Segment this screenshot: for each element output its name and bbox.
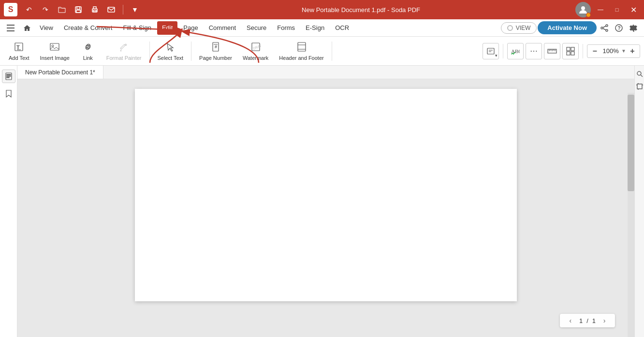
- settings-button[interactable]: [627, 21, 640, 35]
- svg-rect-38: [567, 47, 570, 51]
- undo-button[interactable]: ↶: [22, 3, 36, 16]
- scrollbar-thumb[interactable]: [628, 95, 634, 191]
- format-painter-icon: [118, 42, 129, 54]
- app-title: New Portable Document 1.pdf - Soda PDF: [146, 6, 575, 14]
- spell-check-button[interactable]: ABC: [507, 43, 524, 59]
- redo-button[interactable]: ↷: [39, 3, 52, 16]
- add-text-button[interactable]: T Add Text: [4, 39, 34, 64]
- crop-panel-button[interactable]: [635, 82, 644, 91]
- menu-item-page[interactable]: Page: [178, 21, 203, 35]
- menu-item-view[interactable]: View: [35, 21, 58, 35]
- save-button[interactable]: [72, 3, 85, 16]
- menu-item-ocr[interactable]: OCR: [330, 21, 354, 35]
- page-number-icon: #: [210, 42, 221, 54]
- titlebar-separator: [123, 5, 123, 14]
- select-text-button[interactable]: Select Text: [153, 39, 189, 64]
- print-button[interactable]: [88, 3, 102, 16]
- zoom-control: − 100% ▼ +: [587, 44, 640, 58]
- zoom-dropdown[interactable]: ▼: [621, 48, 626, 54]
- insert-image-button[interactable]: Insert Image: [35, 39, 74, 64]
- activate-now-button[interactable]: Activate Now: [538, 21, 597, 34]
- left-panel: [0, 66, 17, 337]
- profile-badge: [586, 13, 591, 17]
- add-text-label: Add Text: [9, 55, 29, 61]
- page-prev-button[interactable]: ‹: [566, 316, 575, 325]
- svg-rect-27: [298, 42, 306, 51]
- add-text-icon: T: [14, 42, 24, 54]
- document-tab[interactable]: New Portable Document 1*: [17, 66, 103, 79]
- svg-rect-8: [7, 28, 15, 28]
- svg-line-47: [641, 75, 643, 77]
- link-button[interactable]: Link: [75, 39, 101, 64]
- search-panel-button[interactable]: [635, 70, 644, 78]
- svg-line-13: [603, 26, 606, 28]
- email-button[interactable]: [104, 3, 118, 16]
- svg-rect-30: [487, 48, 494, 54]
- panel-pages-button[interactable]: [2, 70, 15, 83]
- svg-rect-48: [637, 84, 642, 89]
- menu-item-edit[interactable]: Edit: [157, 21, 177, 35]
- svg-rect-2: [76, 10, 80, 13]
- close-button[interactable]: ✕: [627, 3, 640, 16]
- page-total: 1: [592, 317, 596, 324]
- menu-item-create-convert[interactable]: Create & Convert: [59, 21, 117, 35]
- header-footer-label: Header and Footer: [279, 55, 323, 61]
- page-current: 1: [579, 317, 583, 324]
- header-footer-button[interactable]: Header and Footer: [274, 39, 328, 64]
- menu-item-secure[interactable]: Secure: [242, 21, 271, 35]
- zoom-out-button[interactable]: −: [589, 46, 600, 56]
- view-label: VIEW: [516, 25, 531, 31]
- home-button[interactable]: [20, 21, 34, 35]
- svg-rect-4: [93, 10, 96, 12]
- svg-rect-45: [7, 77, 9, 78]
- page-next-button[interactable]: ›: [600, 316, 609, 325]
- insert-image-icon: [49, 42, 60, 54]
- grid-button[interactable]: [562, 43, 579, 59]
- canvas-area: ‹ 1 / 1 ›: [17, 79, 634, 337]
- svg-text:#: #: [215, 44, 217, 49]
- toolbar-sep-3: [332, 42, 332, 61]
- panel-bookmarks-button[interactable]: [2, 87, 15, 100]
- svg-point-6: [581, 6, 585, 10]
- menubar: View Create & Convert Fill & Sign Edit P…: [0, 19, 644, 37]
- scrollbar-track[interactable]: [628, 93, 634, 337]
- help-button[interactable]: ?: [612, 21, 626, 35]
- svg-line-14: [603, 28, 606, 30]
- link-icon: [83, 42, 93, 54]
- more-tools-button[interactable]: ⋯: [526, 43, 542, 59]
- svg-rect-9: [7, 30, 15, 31]
- svg-text:?: ?: [618, 26, 621, 31]
- menu-item-forms[interactable]: Forms: [272, 21, 300, 35]
- edit-mode-button[interactable]: [483, 43, 499, 59]
- toolbar-sep-1: [149, 42, 150, 61]
- select-text-icon: [165, 42, 176, 54]
- watermark-label: Watermark: [243, 55, 268, 61]
- share-button[interactable]: [598, 21, 611, 35]
- svg-point-12: [606, 29, 608, 31]
- ruler-button[interactable]: [544, 43, 560, 59]
- minimize-button[interactable]: —: [594, 3, 607, 16]
- open-button[interactable]: [55, 3, 69, 16]
- toolbar-sep-5: [583, 44, 583, 58]
- titlebar: S ↶ ↷ ▼ New Portable Document 1.pdf - So…: [0, 0, 644, 19]
- menu-item-fill-sign[interactable]: Fill & Sign: [118, 21, 156, 35]
- app-logo: S: [4, 3, 17, 16]
- toolbar-right: ABC ⋯ − 100% ▼ +: [483, 43, 640, 59]
- watermark-button[interactable]: DRAFT Watermark: [238, 39, 273, 64]
- maximize-button[interactable]: □: [610, 3, 624, 16]
- page-number-button[interactable]: # Page Number: [194, 39, 237, 64]
- menu-item-esign[interactable]: E-Sign: [301, 21, 329, 35]
- svg-rect-41: [571, 52, 574, 55]
- format-painter-button[interactable]: Format Painter: [102, 39, 146, 64]
- more-button[interactable]: ▼: [128, 3, 142, 16]
- svg-text:T: T: [16, 44, 20, 50]
- view-toggle[interactable]: VIEW: [501, 22, 537, 34]
- hamburger-menu[interactable]: [4, 21, 17, 35]
- svg-rect-20: [50, 43, 59, 50]
- svg-point-11: [601, 27, 603, 29]
- link-label: Link: [83, 55, 93, 61]
- zoom-in-button[interactable]: +: [627, 46, 638, 56]
- menu-item-comment[interactable]: Comment: [204, 21, 241, 35]
- profile-avatar[interactable]: [575, 2, 591, 17]
- svg-rect-1: [77, 7, 80, 9]
